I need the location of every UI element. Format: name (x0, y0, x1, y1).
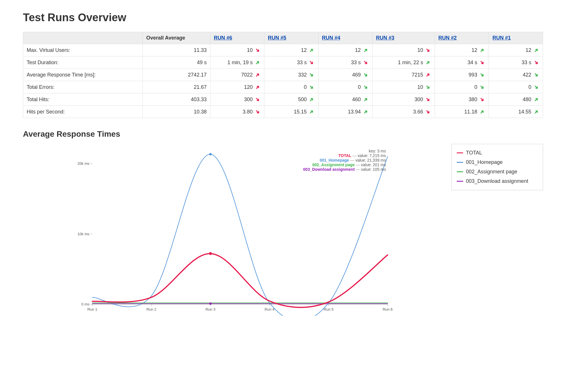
metric-value: 11.18 (464, 109, 477, 115)
x-tick-label: Run 5 (324, 307, 334, 311)
table-row: Average Response Time [ms]:2742.177022➔3… (23, 69, 543, 81)
metric-cell: 33 s➔ (489, 56, 543, 69)
metric-cell: 11.18➔ (435, 106, 489, 118)
trend-up-icon: ➔ (254, 71, 261, 79)
x-tick-label: Run 1 (87, 307, 97, 311)
metric-value: 422 (523, 72, 531, 78)
legend-swatch-icon (457, 162, 463, 163)
trend-up-icon: ➔ (532, 108, 540, 115)
metric-cell: 120➔ (210, 81, 264, 93)
metric-value: 13.94 (348, 109, 361, 115)
trend-down-icon: ➔ (424, 46, 432, 54)
metric-cell: 469➔ (318, 69, 372, 81)
run-link-6[interactable]: RUN #1 (492, 35, 511, 41)
chart-highlight-point (209, 302, 212, 305)
trend-up-icon: ➔ (424, 59, 432, 66)
run-link-1[interactable]: RUN #6 (214, 35, 232, 41)
response-time-chart: 0 ms10k ms20k msRun 1Run 2Run 3Run 4Run … (23, 144, 443, 317)
metric-value: 1 min, 19 s (227, 60, 253, 65)
chart-hover-row: TOTAL — value: 7,215 ms (338, 153, 386, 158)
x-tick-label: Run 3 (206, 307, 216, 311)
metric-label: Hits per Second: (23, 106, 143, 118)
metric-avg: 49 s (143, 56, 210, 69)
legend-item[interactable]: TOTAL (457, 148, 538, 158)
y-tick-label: 20k ms (77, 161, 89, 166)
chart-highlight-point (209, 153, 212, 155)
metric-label: Max. Virtual Users: (23, 44, 143, 56)
metric-cell: 15.15➔ (264, 106, 319, 118)
legend-item[interactable]: 001_Homepage (457, 158, 538, 167)
chart-hover-row: 003_Download assignment — value: 105 ms (303, 167, 386, 172)
metric-cell: 380➔ (435, 93, 489, 106)
trend-down-icon: ➔ (308, 59, 315, 66)
chart-series-line (92, 254, 388, 307)
trend-up-icon: ➔ (308, 108, 315, 115)
metric-cell: 3.80➔ (210, 106, 264, 118)
run-link-5[interactable]: RUN #2 (438, 35, 457, 41)
metric-value: 3.66 (413, 109, 423, 115)
run-link-3[interactable]: RUN #4 (322, 35, 340, 41)
x-tick-label: Run 6 (383, 307, 393, 311)
metric-cell: 1 min, 19 s➔ (210, 56, 264, 69)
trend-up-icon: ➔ (478, 108, 486, 115)
trend-up-icon: ➔ (532, 46, 540, 54)
metric-value: 332 (298, 72, 307, 78)
trend-down-icon: ➔ (362, 83, 369, 91)
chart-highlight-point (209, 252, 212, 255)
metric-value: 7022 (241, 72, 253, 78)
overview-table-head: Overall AverageRUN #6RUN #5RUN #4RUN #3R… (23, 32, 543, 44)
metric-avg: 403.33 (143, 93, 210, 106)
metric-cell: 7022➔ (210, 69, 264, 81)
page-title: Test Runs Overview (23, 11, 543, 24)
run-link-4[interactable]: RUN #3 (376, 35, 394, 41)
metric-value: 480 (523, 97, 531, 102)
metric-value: 993 (469, 72, 477, 78)
metric-value: 0 (474, 84, 477, 90)
trend-down-icon: ➔ (532, 59, 540, 66)
legend-label: 001_Homepage (466, 159, 503, 165)
metric-cell: 12➔ (318, 44, 372, 56)
legend-item[interactable]: 003_Download assignment (457, 177, 538, 186)
chart-hover-row: 001_Homepage — value: 21,339 ms (320, 158, 386, 162)
metric-cell: 0➔ (318, 81, 372, 93)
trend-up-icon: ➔ (308, 96, 315, 103)
chart-hover-row: 002_Assignment page — value: 201 ms (312, 162, 386, 167)
metric-value: 0 (304, 84, 307, 90)
metric-cell: 332➔ (264, 69, 319, 81)
trend-down-icon: ➔ (254, 96, 261, 103)
trend-up-icon: ➔ (424, 71, 432, 79)
legend-label: TOTAL (466, 150, 482, 156)
metric-avg: 10.38 (143, 106, 210, 118)
metric-cell: 460➔ (318, 93, 372, 106)
legend-swatch-icon (457, 152, 463, 153)
metric-cell: 993➔ (435, 69, 489, 81)
metric-cell: 0➔ (435, 81, 489, 93)
run-header-2: RUN #5 (264, 32, 319, 44)
metric-cell: 300➔ (372, 93, 435, 106)
trend-down-icon: ➔ (532, 71, 540, 79)
metric-cell: 12➔ (264, 44, 319, 56)
metric-value: 0 (528, 84, 531, 90)
metric-avg: 2742.17 (143, 69, 210, 81)
table-row: Total Hits:403.33300➔500➔460➔300➔380➔480… (23, 93, 543, 106)
metric-value: 12 (526, 47, 531, 53)
run-link-2[interactable]: RUN #5 (268, 35, 286, 41)
metric-avg: 11.33 (143, 44, 210, 56)
metric-cell: 480➔ (489, 93, 543, 106)
legend-label: 003_Download assignment (466, 178, 528, 184)
metric-value: 12 (471, 47, 477, 53)
legend-item[interactable]: 002_Assignment page (457, 167, 538, 177)
legend-swatch-icon (457, 171, 463, 172)
metric-cell: 33 s➔ (318, 56, 372, 69)
metric-cell: 13.94➔ (318, 106, 372, 118)
metric-cell: 0➔ (264, 81, 319, 93)
metric-cell: 422➔ (489, 69, 543, 81)
trend-up-icon: ➔ (254, 83, 261, 91)
metric-cell: 10➔ (372, 44, 435, 56)
metric-cell: 0➔ (489, 81, 543, 93)
x-tick-label: Run 2 (147, 307, 157, 311)
trend-down-icon: ➔ (308, 83, 315, 91)
trend-down-icon: ➔ (308, 71, 315, 79)
metric-cell: 14.55➔ (489, 106, 543, 118)
chart-section-title: Average Response Times (23, 130, 543, 139)
